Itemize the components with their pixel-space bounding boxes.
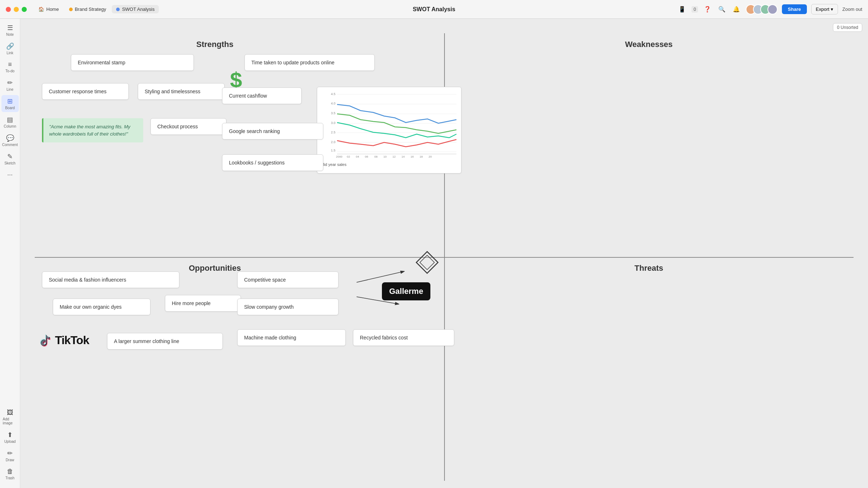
tab-home[interactable]: 🏠 Home [34, 5, 63, 13]
gallerme-badge[interactable]: Gallerme [382, 282, 430, 300]
chevron-down-icon: ▾ [831, 7, 833, 12]
card-organic-dyes[interactable]: Make our own organic dyes [53, 299, 150, 315]
line-icon: ✏ [7, 79, 13, 87]
svg-marker-29 [420, 255, 434, 270]
card-text: Machine made clothing [244, 335, 296, 341]
card-machine-clothing[interactable]: Machine made clothing [237, 329, 346, 346]
quote-text: "Acme make the most amazing fits. My who… [49, 124, 130, 137]
sidebar-item-comment[interactable]: 💬 Comment [1, 132, 19, 149]
svg-text:10: 10 [383, 155, 387, 158]
sidebar-addimage-label: Add image [3, 417, 17, 425]
sidebar-trash-label: Trash [5, 476, 14, 480]
card-slow-growth[interactable]: Slow company growth [237, 299, 339, 315]
svg-text:2.0: 2.0 [331, 140, 336, 144]
svg-text:04: 04 [356, 155, 359, 158]
sidebar-item-trash[interactable]: 🗑 Trash [1, 466, 19, 482]
card-lookbooks[interactable]: Lookbooks / suggestions [222, 154, 323, 171]
sidebar-item-board[interactable]: ⊞ Board [1, 95, 19, 112]
svg-text:2000: 2000 [336, 155, 342, 158]
svg-text:4.0: 4.0 [331, 102, 336, 105]
tablet-icon-button[interactable]: 📱 [677, 4, 687, 14]
sidebar-todo-label: To-do [5, 69, 14, 73]
card-text: Make our own organic dyes [60, 304, 122, 310]
sidebar-item-addimage[interactable]: 🖼 Add image [1, 407, 19, 427]
minimize-button[interactable] [14, 7, 19, 12]
card-google-ranking[interactable]: Google search ranking [222, 123, 323, 140]
strengths-label: Strengths [196, 40, 234, 49]
link-icon: 🔗 [6, 42, 14, 50]
tab-brand-strategy[interactable]: Brand Strategy [65, 5, 111, 13]
sidebar-item-sketch[interactable]: ✎ Sketch [1, 150, 19, 167]
note-icon: ☰ [7, 24, 13, 32]
svg-text:06: 06 [365, 155, 368, 158]
card-recycled-fabrics[interactable]: Recycled fabrics cost [353, 329, 454, 346]
sidebar-item-todo[interactable]: ≡ To-do [1, 59, 19, 75]
sidebar-line-label: Line [7, 87, 13, 91]
search-icon-button[interactable]: 🔍 [717, 4, 727, 14]
svg-text:16: 16 [410, 155, 414, 158]
card-text: Social media & fashion influencers [49, 277, 126, 283]
card-text: Slow company growth [244, 304, 294, 310]
card-checkout[interactable]: Checkout process [150, 118, 226, 135]
chart-svg: 4.5 4.0 3.5 3.0 2.5 2.0 1.5 [321, 91, 458, 159]
tiktok-label: TikTok [55, 334, 89, 347]
maximize-button[interactable] [22, 7, 27, 12]
sidebar-item-more[interactable]: ··· [1, 169, 19, 181]
notification-badge[interactable]: 0 [692, 6, 698, 13]
svg-text:18: 18 [420, 155, 423, 158]
svg-text:14: 14 [401, 155, 405, 158]
sidebar: ☰ Note 🔗 Link ≡ To-do ✏ Line ⊞ Board ▤ C… [0, 19, 20, 488]
tab-home-label: Home [46, 7, 59, 12]
sidebar-draw-label: Draw [6, 458, 14, 462]
main-area: ☰ Note 🔗 Link ≡ To-do ✏ Line ⊞ Board ▤ C… [0, 19, 868, 488]
titlebar: 🏠 Home Brand Strategy SWOT Analysis SWOT… [0, 0, 868, 19]
bell-icon-button[interactable]: 🔔 [731, 4, 741, 14]
sidebar-item-column[interactable]: ▤ Column [1, 114, 19, 130]
comment-icon: 💬 [6, 134, 14, 142]
titlebar-right: 📱 0 ❓ 🔍 🔔 Share Export ▾ Zoom out [677, 4, 862, 14]
card-hire-people[interactable]: Hire more people [165, 295, 241, 312]
card-customer-response[interactable]: Customer response times [42, 83, 129, 100]
card-competitive[interactable]: Competitive space [237, 271, 339, 288]
quote-card[interactable]: "Acme make the most amazing fits. My who… [42, 118, 143, 142]
card-text: Google search ranking [229, 128, 280, 134]
todo-icon: ≡ [8, 61, 12, 68]
card-text: Lookbooks / suggestions [229, 160, 285, 166]
sidebar-item-upload[interactable]: ⬆ Upload [1, 429, 19, 446]
draw-icon: ✏ [7, 449, 13, 457]
chart-card: 4.5 4.0 3.5 3.0 2.5 2.0 1.5 [317, 87, 461, 174]
sidebar-item-link[interactable]: 🔗 Link [1, 40, 19, 57]
svg-text:3.0: 3.0 [331, 121, 336, 125]
chart-label: Mid year sales [321, 162, 458, 167]
sidebar-board-label: Board [5, 106, 15, 110]
window-controls[interactable] [6, 7, 27, 12]
export-button[interactable]: Export ▾ [811, 4, 838, 14]
card-text: Current cashflow [229, 93, 267, 99]
upload-icon: ⬆ [7, 431, 13, 439]
svg-text:12: 12 [392, 155, 396, 158]
svg-text:4.5: 4.5 [331, 92, 336, 96]
card-environmental-stamp[interactable]: Environmental stamp [71, 54, 194, 71]
zoom-out-button[interactable]: Zoom out [842, 7, 862, 12]
card-social-media[interactable]: Social media & fashion influencers [42, 271, 179, 288]
svg-line-26 [357, 271, 404, 282]
unsorted-badge[interactable]: 0 Unsorted [833, 23, 862, 32]
help-icon-button[interactable]: ❓ [702, 4, 712, 14]
sidebar-item-line[interactable]: ✏ Line [1, 77, 19, 94]
card-time-taken[interactable]: Time taken to update products online [244, 54, 375, 71]
sidebar-sketch-label: Sketch [4, 161, 16, 165]
close-button[interactable] [6, 7, 11, 12]
sidebar-item-draw[interactable]: ✏ Draw [1, 447, 19, 464]
svg-text:3.5: 3.5 [331, 111, 336, 115]
sketch-icon: ✎ [7, 153, 13, 160]
card-cashflow[interactable]: Current cashflow [222, 87, 302, 104]
sidebar-item-note[interactable]: ☰ Note [1, 22, 19, 39]
svg-text:08: 08 [374, 155, 378, 158]
column-icon: ▤ [7, 116, 13, 124]
share-button[interactable]: Share [782, 4, 807, 14]
card-summer-clothing[interactable]: A larger summer clothing line [107, 333, 223, 350]
card-text: Customer response times [49, 89, 107, 94]
tab-swot[interactable]: SWOT Analysis [112, 5, 159, 13]
card-styling[interactable]: Styling and timelessness [138, 83, 225, 100]
tiktok-icon [38, 333, 53, 347]
